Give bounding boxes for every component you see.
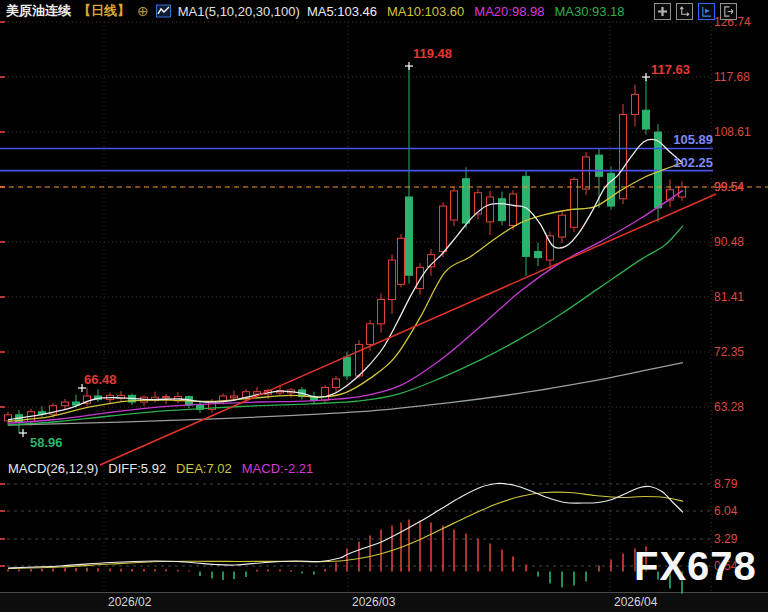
expand-icon[interactable]: ⊕	[137, 4, 149, 18]
chart-canvas[interactable]	[0, 0, 768, 612]
move-icon[interactable]	[654, 3, 671, 20]
trading-chart-window: 美原油连续 【日线】 ⊕ MA1(5,10,20,30,100) MA5:103…	[0, 0, 768, 612]
macd-diff-readout: DIFF:5.92	[108, 461, 166, 476]
exit-icon[interactable]	[720, 3, 737, 20]
month-label: 2026/03	[352, 595, 395, 609]
extreme-price-label: 58.96	[30, 435, 63, 450]
macd-value-readout: MACD:-2.21	[242, 461, 314, 476]
ma-value-readout: MA5:103.46	[307, 4, 377, 19]
ma-settings-label: MA1(5,10,20,30,100)	[178, 4, 300, 19]
period-label[interactable]: 【日线】	[78, 2, 130, 20]
month-label: 2026/04	[614, 595, 657, 609]
extreme-price-label: 119.48	[413, 46, 452, 61]
watermark: FX678	[634, 544, 757, 589]
macd-axis-label: 8.79	[714, 477, 737, 491]
chart-header: 美原油连续 【日线】 ⊕ MA1(5,10,20,30,100) MA5:103…	[0, 0, 768, 22]
price-axis-label: 90.48	[714, 235, 744, 249]
level-line-label[interactable]: 102.25	[653, 155, 713, 170]
macd-lines	[8, 483, 683, 568]
macd-header: MACD(26,12,9) DIFF:5.92 DEA:7.02 MACD:-2…	[8, 461, 313, 476]
price-axis-label: 117.68	[714, 70, 750, 84]
price-axis-label: 72.35	[714, 345, 744, 359]
macd-histogram	[7, 520, 683, 594]
ma-value-readout: MA20:98.98	[474, 4, 544, 19]
macd-dea-readout: DEA:7.02	[176, 461, 232, 476]
extreme-price-label: 117.63	[651, 62, 690, 77]
month-label: 2026/02	[108, 595, 151, 609]
macd-settings-label: MACD(26,12,9)	[8, 461, 98, 476]
chart-icon[interactable]	[698, 3, 715, 20]
price-axis-label: 81.41	[714, 290, 744, 304]
price-axis-label: 108.61	[714, 125, 751, 139]
ma-values-readout: MA5:103.46MA10:103.60MA20:98.98MA30:93.1…	[307, 4, 635, 19]
ma-value-readout: MA10:103.60	[387, 4, 464, 19]
chart-toolbar	[654, 3, 737, 20]
axis-icon[interactable]	[676, 3, 693, 20]
level-line-label[interactable]: 105.89	[653, 132, 713, 147]
current-price-label: 99.54	[714, 180, 744, 194]
instrument-title[interactable]: 美原油连续	[6, 2, 71, 20]
macd-axis-label: 6.04	[714, 504, 737, 518]
extreme-price-label: 66.48	[84, 372, 117, 387]
ma-value-readout: MA30:93.18	[554, 4, 624, 19]
price-axis-label: 63.28	[714, 400, 744, 414]
gridlines	[0, 22, 711, 592]
ma-indicator-icon	[156, 4, 171, 18]
